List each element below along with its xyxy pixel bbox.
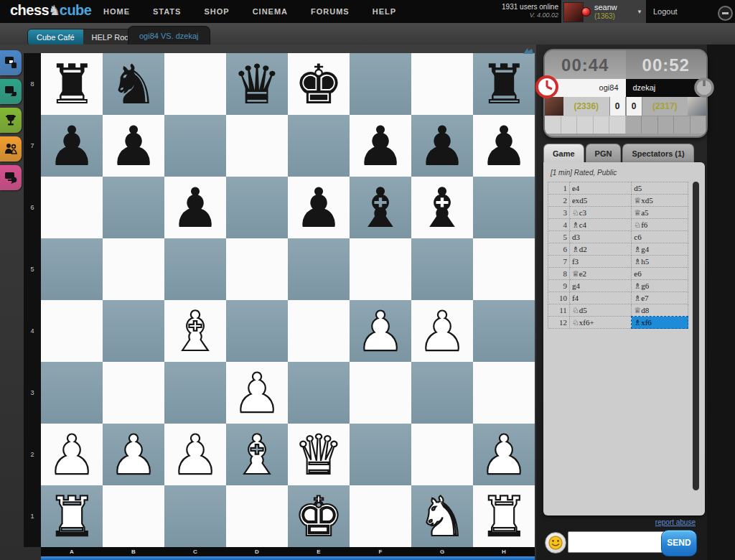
black-knight-b8[interactable]: ♞	[103, 53, 164, 115]
black-move-12[interactable]: ♗xf6	[632, 317, 688, 329]
square-d6[interactable]	[226, 177, 288, 238]
square-a3[interactable]	[41, 362, 103, 424]
square-f2[interactable]	[350, 424, 411, 485]
square-g8[interactable]	[411, 53, 473, 115]
square-e6[interactable]: ♟	[288, 177, 350, 238]
black-move-7[interactable]: ♗h5	[632, 256, 688, 268]
black-bishop-g6[interactable]: ♝	[411, 177, 473, 238]
square-b2[interactable]: ♟	[103, 424, 164, 485]
square-f8[interactable]	[350, 53, 411, 115]
square-e7[interactable]	[288, 115, 350, 177]
square-g1[interactable]: ♞	[411, 485, 473, 547]
minimize-icon[interactable]	[718, 6, 733, 21]
square-d1[interactable]	[226, 485, 288, 547]
sidebar-button-watch-games[interactable]	[0, 79, 22, 104]
game-panel-tab-game[interactable]: Game	[543, 144, 584, 162]
black-move-8[interactable]: e6	[632, 268, 688, 280]
chat-input[interactable]	[568, 531, 665, 553]
white-move-11[interactable]: ♘d5	[569, 304, 631, 317]
nav-item-help[interactable]: HELP	[361, 0, 408, 23]
square-c7[interactable]	[164, 115, 226, 177]
square-c2[interactable]: ♟	[164, 424, 226, 485]
white-bishop-d2[interactable]: ♝	[226, 424, 288, 485]
black-queen-d8[interactable]: ♛	[226, 53, 288, 115]
square-b7[interactable]: ♟	[103, 115, 164, 177]
black-pawn-b7[interactable]: ♟	[103, 115, 164, 177]
square-d2[interactable]: ♝	[226, 424, 288, 485]
square-d8[interactable]: ♛	[226, 53, 288, 115]
white-move-3[interactable]: ♘c3	[569, 207, 631, 219]
white-rook-a1[interactable]: ♜	[41, 485, 103, 547]
square-a5[interactable]	[41, 238, 103, 300]
square-h4[interactable]	[473, 300, 535, 362]
sidebar-button-boards[interactable]	[0, 50, 22, 75]
square-f3[interactable]	[350, 362, 411, 424]
square-d7[interactable]	[226, 115, 288, 177]
black-move-3[interactable]: ♕a5	[632, 207, 688, 219]
square-e1[interactable]: ♚	[288, 485, 350, 547]
white-king-e1[interactable]: ♚	[288, 485, 350, 547]
white-pawn-c2[interactable]: ♟	[164, 424, 226, 485]
white-move-4[interactable]: ♗c4	[569, 219, 631, 231]
black-pawn-h7[interactable]: ♟	[473, 115, 535, 177]
nav-item-shop[interactable]: SHOP	[192, 0, 240, 23]
white-pawn-f4[interactable]: ♟	[350, 300, 411, 362]
white-queen-e2[interactable]: ♛	[288, 424, 350, 485]
black-move-6[interactable]: ♗g4	[632, 243, 688, 256]
white-pawn-g4[interactable]: ♟	[411, 300, 473, 362]
black-move-4[interactable]: ♘f6	[632, 219, 688, 231]
white-knight-g1[interactable]: ♞	[411, 485, 473, 547]
nav-item-home[interactable]: HOME	[92, 0, 141, 23]
square-c8[interactable]	[164, 53, 226, 115]
square-g3[interactable]	[411, 362, 473, 424]
black-move-2[interactable]: ♕xd5	[632, 195, 688, 207]
square-f5[interactable]	[350, 238, 411, 300]
black-pawn-f7[interactable]: ♟	[350, 115, 411, 177]
square-g6[interactable]: ♝	[411, 177, 473, 238]
white-pawn-h2[interactable]: ♟	[473, 424, 535, 485]
square-d5[interactable]	[226, 238, 288, 300]
square-h7[interactable]: ♟	[473, 115, 535, 177]
square-b3[interactable]	[103, 362, 164, 424]
square-g5[interactable]	[411, 238, 473, 300]
white-move-5[interactable]: d3	[569, 231, 631, 243]
white-pawn-a2[interactable]: ♟	[41, 424, 103, 485]
sidebar-button-chat-rooms[interactable]	[0, 165, 22, 190]
white-bishop-c4[interactable]: ♝	[164, 300, 226, 362]
black-move-9[interactable]: ♗g6	[632, 280, 688, 292]
white-move-6[interactable]: ♗d2	[569, 243, 631, 256]
game-panel-tab-pgn[interactable]: PGN	[586, 144, 622, 162]
square-g4[interactable]: ♟	[411, 300, 473, 362]
black-pawn-a7[interactable]: ♟	[41, 115, 103, 177]
square-e2[interactable]: ♛	[288, 424, 350, 485]
nav-item-forums[interactable]: FORUMS	[299, 0, 361, 23]
report-abuse-link[interactable]: report abuse	[543, 518, 696, 526]
tab-active-game[interactable]: ogi84 VS. dzekaj	[128, 26, 210, 45]
black-move-10[interactable]: ♗e7	[632, 292, 688, 304]
square-h8[interactable]: ♜	[473, 53, 535, 115]
square-c3[interactable]	[164, 362, 226, 424]
square-a1[interactable]: ♜	[41, 485, 103, 547]
square-c1[interactable]	[164, 485, 226, 547]
user-menu[interactable]: seanw (1363) ▼	[561, 0, 646, 23]
square-h5[interactable]	[473, 238, 535, 300]
square-a8[interactable]: ♜	[41, 53, 103, 115]
white-pawn-d3[interactable]: ♟	[226, 362, 288, 424]
white-move-1[interactable]: e4	[569, 182, 631, 195]
square-h3[interactable]	[473, 362, 535, 424]
square-f1[interactable]	[350, 485, 411, 547]
white-pawn-b2[interactable]: ♟	[103, 424, 164, 485]
square-a6[interactable]	[41, 177, 103, 238]
black-rook-h8[interactable]: ♜	[473, 53, 535, 115]
square-g7[interactable]: ♟	[411, 115, 473, 177]
black-bishop-f6[interactable]: ♝	[350, 177, 411, 238]
square-e5[interactable]	[288, 238, 350, 300]
move-list-scrollbar[interactable]	[693, 182, 699, 490]
square-a4[interactable]	[41, 300, 103, 362]
white-move-7[interactable]: f3	[569, 256, 631, 268]
white-move-2[interactable]: exd5	[569, 195, 631, 207]
square-g2[interactable]	[411, 424, 473, 485]
black-king-e8[interactable]: ♚	[288, 53, 350, 115]
square-a7[interactable]: ♟	[41, 115, 103, 177]
square-b4[interactable]	[103, 300, 164, 362]
